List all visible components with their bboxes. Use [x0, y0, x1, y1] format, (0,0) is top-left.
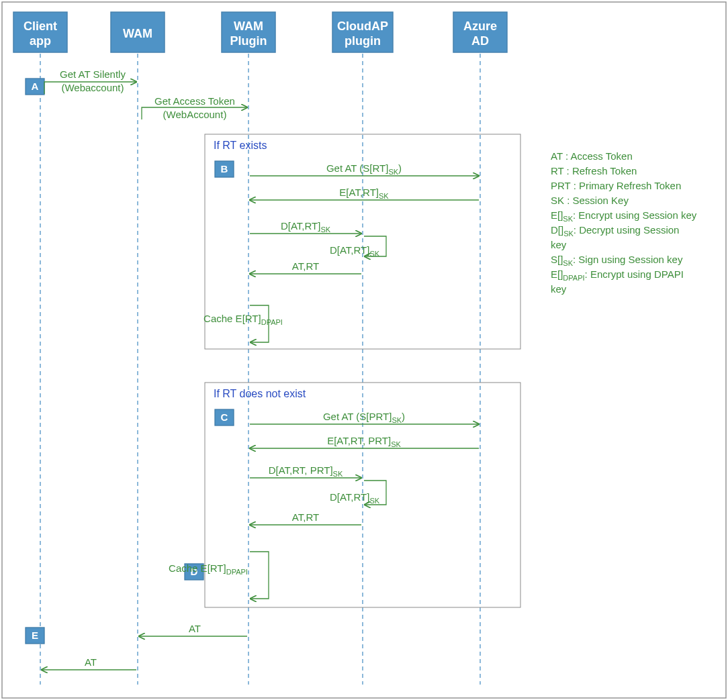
msg-label: Cache E[RT]DPAPI	[169, 562, 248, 576]
participant-label: AD	[471, 34, 489, 48]
legend-item: E[]SK: Encrypt using Session key	[551, 209, 697, 223]
legend-item: AT : Access Token	[551, 150, 633, 162]
participant-wam: WAM	[111, 12, 165, 52]
msg-label: (WebAccount)	[163, 109, 227, 120]
msg-label: Cache E[RT]DPAPI	[203, 313, 283, 326]
msg-label: D[AT,RT, PRT]SK	[269, 464, 343, 478]
participant-cloudap: CloudAP plugin	[332, 12, 393, 52]
msg-label: AT,RT	[292, 511, 319, 523]
msg-label: AT	[189, 623, 201, 634]
msg-label: Get AT Silently	[60, 68, 126, 80]
svg-text:A: A	[32, 81, 39, 92]
msg-label: E[AT,RT]SK	[339, 187, 389, 200]
msg-label: Get AT (S[PRT]SK)	[323, 411, 405, 424]
legend-item: E[]DPAPI: Encrypt using DPAPI	[551, 268, 684, 282]
svg-text:key: key	[551, 239, 567, 250]
step-e-badge: E	[26, 628, 44, 644]
opt-title: If RT exists	[214, 140, 267, 151]
step-c-badge: C	[215, 409, 234, 426]
diagram-frame	[2, 2, 726, 698]
msg-label: Get Access Token	[154, 95, 235, 107]
participant-label: Plugin	[230, 34, 267, 48]
participant-label: plugin	[345, 34, 381, 48]
participant-label: WAM	[234, 19, 263, 33]
legend-item: D[]SK: Decrypt using Session	[551, 224, 679, 238]
participant-label: WAM	[123, 27, 152, 40]
msg-label: (Webaccount)	[61, 82, 124, 93]
svg-text:E: E	[32, 630, 38, 641]
msg-label: D[AT,RT]SK	[330, 491, 380, 505]
step-b-badge: B	[215, 161, 234, 177]
msg-label: E[AT,RT, PRT]SK	[327, 435, 401, 448]
svg-text:B: B	[221, 163, 228, 174]
participant-label: app	[30, 34, 51, 48]
legend-item: S[]SK: Sign using Session key	[551, 254, 683, 267]
legend-item: PRT : Primary Refresh Token	[551, 180, 681, 191]
participant-label: Client	[24, 19, 57, 33]
legend-item: RT : Refresh Token	[551, 165, 637, 177]
msg-label: AT,RT	[292, 260, 319, 272]
msg-label: D[AT,RT]SK	[330, 244, 380, 258]
participant-client: Client app	[13, 12, 67, 52]
arrow-c-cache-self	[250, 552, 269, 599]
legend: AT : Access Token RT : Refresh Token PRT…	[551, 150, 697, 295]
sequence-diagram: Client app WAM WAM Plugin CloudAP plugin…	[0, 0, 728, 700]
svg-text:C: C	[221, 411, 228, 423]
opt-title: If RT does not exist	[214, 388, 306, 399]
msg-label: Get AT (S[RT]SK)	[326, 162, 402, 176]
msg-label: D[AT,RT]SK	[281, 220, 331, 234]
participant-wam-plugin: WAM Plugin	[222, 12, 275, 52]
participant-azure-ad: Azure AD	[453, 12, 507, 52]
msg-label: AT	[85, 656, 97, 668]
participant-label: CloudAP	[337, 19, 388, 33]
legend-item: SK : Session Key	[551, 195, 629, 206]
svg-text:key: key	[551, 283, 567, 295]
step-a-badge: A	[26, 79, 44, 95]
participant-label: Azure	[463, 19, 497, 33]
